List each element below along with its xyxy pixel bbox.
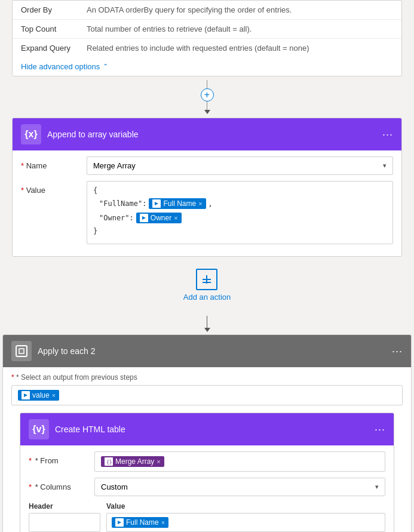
columns-select-chevron-icon: ▾ <box>375 483 379 491</box>
loop-header-left: Apply to each 2 <box>11 341 96 361</box>
card-fields: Order By An ODATA orderBy query for spec… <box>13 1 401 76</box>
fullname-value-token-icon <box>115 518 124 527</box>
merge-array-token-remove[interactable]: × <box>157 458 160 465</box>
name-required-star: * <box>21 161 24 170</box>
svg-rect-5 <box>16 346 27 356</box>
top-count-row: Top Count Total number of entries to ret… <box>13 20 401 39</box>
svg-marker-0 <box>155 202 158 205</box>
svg-marker-6 <box>24 393 27 397</box>
columns-select-value: Custom <box>101 482 128 491</box>
from-control: {} Merge Array × <box>94 451 385 472</box>
svg-text:{}: {} <box>106 460 112 465</box>
value-label-text: Value <box>26 186 45 195</box>
connector-line-top <box>207 80 208 88</box>
value-brace-open: { <box>93 186 97 195</box>
value-brace-close: } <box>93 227 97 235</box>
fullname-value-token-label: Full Name <box>126 518 159 527</box>
create-html-table-card: {v} Create HTML table ··· * * From <box>20 413 394 532</box>
value-editor[interactable]: { "FullName": Full Name <box>87 181 393 244</box>
top-count-label: Top Count <box>21 24 87 33</box>
header-col-label: Header <box>29 502 100 511</box>
append-icon-label: {x} <box>24 129 37 140</box>
from-label-text: * From <box>35 456 59 465</box>
value-token-remove[interactable]: × <box>52 392 56 399</box>
value-col-input[interactable]: Full Name × <box>106 513 385 532</box>
hide-advanced-label: Hide advanced options <box>21 62 100 71</box>
append-card-title: Append to array variable <box>47 130 139 139</box>
hide-advanced-button[interactable]: Hide advanced options ⌃ <box>13 57 401 76</box>
arrow-head-down-icon <box>204 328 210 332</box>
add-action-button[interactable]: Add an action <box>183 269 231 302</box>
fullname-token[interactable]: Full Name × <box>149 198 206 209</box>
add-action-label: Add an action <box>183 293 231 302</box>
owner-token-icon <box>140 214 148 222</box>
fullname-token-remove[interactable]: × <box>198 200 202 207</box>
order-by-label: Order By <box>21 5 87 14</box>
value-prefix-line: { <box>93 186 387 195</box>
from-label: * * From <box>29 451 94 465</box>
loop-card-menu[interactable]: ··· <box>392 345 403 358</box>
chevron-up-icon: ⌃ <box>103 63 108 70</box>
fullname-value-token-remove[interactable]: × <box>161 519 165 526</box>
add-action-icon <box>196 269 217 290</box>
connector-plus-section: + <box>0 76 414 118</box>
value-token-label: value <box>32 391 50 399</box>
html-table-header-left: {v} Create HTML table <box>29 419 125 439</box>
value-form-control: { "FullName": Full Name <box>87 181 393 244</box>
append-card-menu[interactable]: ··· <box>382 128 393 141</box>
merge-array-token-label: Merge Array <box>115 457 154 466</box>
value-token[interactable]: value × <box>18 390 59 401</box>
svg-rect-4 <box>203 282 211 283</box>
from-input[interactable]: {} Merge Array × <box>94 451 385 472</box>
value-col: Value Full Name × <box>106 502 385 532</box>
name-select-chevron-icon: ▾ <box>383 162 387 170</box>
name-form-label: * Name <box>21 156 87 170</box>
add-action-container: Add an action <box>0 257 414 313</box>
add-step-button[interactable]: + <box>201 88 214 102</box>
append-icon-box: {x} <box>21 124 41 144</box>
order-by-value: An ODATA orderBy query for specifying th… <box>87 5 393 14</box>
columns-select[interactable]: Custom ▾ <box>94 478 385 496</box>
loop-body: * * Select an output from previous steps… <box>3 367 411 532</box>
down-connector <box>0 313 414 334</box>
apply-to-each-card: Apply to each 2 ··· * * Select an output… <box>2 334 412 532</box>
html-table-menu[interactable]: ··· <box>375 423 385 436</box>
fullname-key: "FullName": <box>99 199 146 208</box>
arrow-line <box>207 316 208 328</box>
html-table-icon-box: {v} <box>29 419 49 439</box>
select-required-star: * <box>11 373 14 382</box>
header-col-input[interactable] <box>29 513 100 532</box>
merge-array-token[interactable]: {} Merge Array × <box>101 456 164 467</box>
value-form-row: * Value { "FullName": <box>21 181 393 244</box>
owner-key: "Owner": <box>99 214 134 222</box>
value-form-label: * Value <box>21 181 87 195</box>
columns-label-text: * Columns <box>35 482 71 491</box>
html-table-body: * * From {} <box>20 445 394 532</box>
name-select-value: Merge Array <box>93 161 136 170</box>
name-label-text: Name <box>26 161 47 170</box>
html-table-header: {v} Create HTML table ··· <box>20 413 394 445</box>
select-output-input[interactable]: value × <box>11 385 403 405</box>
name-form-row: * Name Merge Array ▾ <box>21 156 393 175</box>
fullname-value-token[interactable]: Full Name × <box>112 517 168 528</box>
svg-marker-8 <box>118 521 121 524</box>
append-card-body: * Name Merge Array ▾ * Value <box>13 150 401 256</box>
owner-token-remove[interactable]: × <box>174 214 177 222</box>
append-header-left: {x} Append to array variable <box>21 124 139 144</box>
owner-token[interactable]: Owner × <box>136 213 182 223</box>
value-col-label: Value <box>106 502 385 511</box>
svg-marker-1 <box>142 216 146 220</box>
loop-header: Apply to each 2 ··· <box>3 335 411 367</box>
header-value-columns: Header Value <box>29 502 385 532</box>
select-label-text: * Select an output from previous steps <box>16 373 137 382</box>
name-select[interactable]: Merge Array ▾ <box>87 156 393 175</box>
from-row: * * From {} <box>29 451 385 472</box>
fullname-line: "FullName": Full Name × , <box>93 198 387 209</box>
columns-control: Custom ▾ <box>94 478 385 496</box>
advanced-options-card: Order By An ODATA orderBy query for spec… <box>12 0 402 76</box>
loop-icon-box <box>11 341 32 361</box>
expand-query-row: Expand Query Related entries to include … <box>13 39 401 57</box>
columns-required-star: * <box>29 482 32 491</box>
columns-row: * * Columns Custom ▾ <box>29 478 385 496</box>
expand-query-label: Expand Query <box>21 44 87 53</box>
